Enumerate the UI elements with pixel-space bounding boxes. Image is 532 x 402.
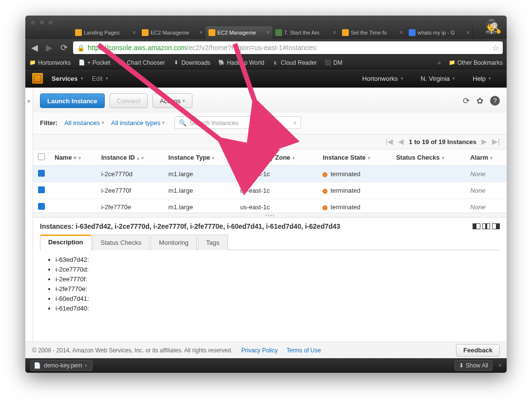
table-row[interactable]: i-2ce7770d m1.large us-east-1c terminate… bbox=[33, 166, 507, 183]
detail-tab[interactable]: Status Checks bbox=[93, 235, 150, 250]
row-checkbox[interactable] bbox=[38, 203, 45, 210]
column-menu-icon[interactable]: ▾ bbox=[141, 155, 144, 161]
page-prev-button[interactable]: ◀ bbox=[398, 137, 404, 146]
cell-alarm: None bbox=[465, 166, 507, 183]
bookmark-star-icon[interactable]: ☆ bbox=[492, 43, 499, 53]
services-menu[interactable]: Services▾ bbox=[52, 75, 83, 82]
bookmark-icon: 🔵 bbox=[118, 59, 125, 66]
page-last-button[interactable]: ▶| bbox=[492, 137, 500, 146]
sidebar-expand-toggle[interactable]: ▸ bbox=[25, 88, 33, 342]
detail-tab[interactable]: Tags bbox=[198, 235, 228, 250]
close-light[interactable] bbox=[30, 19, 36, 25]
close-tab-icon[interactable]: × bbox=[466, 29, 470, 36]
zoom-light[interactable] bbox=[48, 19, 54, 25]
refresh-icon[interactable]: ⟳ bbox=[463, 96, 470, 106]
bookmark-item[interactable]: ⬛DM bbox=[324, 59, 342, 66]
bookmark-item[interactable]: 🐘Hadoop World bbox=[218, 59, 265, 66]
column-menu-icon[interactable]: ▾ bbox=[442, 155, 444, 161]
browser-tab[interactable]: Landing Pages× bbox=[72, 26, 139, 39]
help-menu[interactable]: Help▾ bbox=[473, 75, 491, 82]
account-menu[interactable]: Hortonworks▾ bbox=[362, 75, 403, 82]
browser-tab[interactable]: EC2 Manageme× bbox=[206, 26, 273, 39]
show-all-downloads-button[interactable]: ⬇ Show All bbox=[455, 360, 493, 371]
cell-alarm: None bbox=[465, 183, 507, 199]
forward-button[interactable]: ▶ bbox=[44, 42, 55, 53]
caret-down-icon: ▾ bbox=[106, 76, 108, 81]
bookmark-item[interactable]: 📄+ Pocket bbox=[78, 59, 110, 66]
column-menu-icon[interactable]: ▾ bbox=[212, 155, 214, 161]
settings-gear-icon[interactable]: ✿ bbox=[476, 96, 483, 106]
cell-instance-id: i-2ee7770f bbox=[96, 183, 164, 199]
bookmark-icon: 📁 bbox=[29, 59, 36, 66]
page-next-button[interactable]: ▶ bbox=[481, 137, 487, 146]
edit-menu[interactable]: Edit▾ bbox=[92, 75, 108, 82]
bookmarks-chevrons[interactable]: » bbox=[437, 59, 441, 66]
column-header[interactable]: Availability Zone▾ bbox=[235, 149, 318, 166]
bookmark-label: + Pocket bbox=[87, 59, 110, 66]
terms-link[interactable]: Terms of Use bbox=[286, 347, 321, 354]
layout-right-icon[interactable] bbox=[492, 223, 500, 229]
close-tab-icon[interactable]: × bbox=[333, 29, 336, 36]
aws-logo[interactable] bbox=[32, 73, 43, 84]
browser-tab[interactable]: whats my ip - G× bbox=[406, 26, 473, 39]
table-row[interactable]: i-2ee7770f m1.large us-east-1c terminate… bbox=[33, 183, 507, 199]
column-menu-icon[interactable]: ▾ bbox=[292, 155, 295, 161]
row-checkbox[interactable] bbox=[38, 186, 45, 193]
actions-menu-button[interactable]: Actions▾ bbox=[152, 93, 192, 108]
column-menu-icon[interactable]: ▾ bbox=[490, 155, 493, 161]
help-icon[interactable]: ? bbox=[490, 96, 500, 106]
column-header[interactable]: Instance State▾ bbox=[318, 149, 391, 166]
column-header[interactable]: Alarm▾ bbox=[465, 149, 507, 166]
connect-button[interactable]: Connect bbox=[110, 93, 148, 108]
layout-left-icon[interactable] bbox=[473, 223, 480, 229]
search-instances-input[interactable]: 🔍 Search Instances × bbox=[174, 116, 301, 129]
close-tab-icon[interactable]: × bbox=[266, 29, 269, 36]
caret-down-icon: ▾ bbox=[453, 76, 455, 81]
download-chip[interactable]: 📄 demo-key.pem ▾ bbox=[30, 360, 93, 371]
privacy-policy-link[interactable]: Privacy Policy bbox=[241, 347, 278, 354]
window-controls[interactable] bbox=[30, 19, 54, 25]
other-bookmarks[interactable]: 📁 Other Bookmarks bbox=[449, 59, 503, 66]
launch-instance-button[interactable]: Launch Instance bbox=[40, 93, 105, 108]
downloads-bar: 📄 demo-key.pem ▾ ⬇ Show All × bbox=[25, 358, 507, 373]
table-row[interactable]: i-2fe7770e m1.large us-east-1c terminate… bbox=[33, 199, 507, 213]
region-menu[interactable]: N. Virginia▾ bbox=[421, 75, 456, 82]
bookmark-item[interactable]: 🔵Chart Chooser bbox=[118, 59, 165, 66]
minimize-light[interactable] bbox=[39, 19, 45, 25]
row-checkbox[interactable] bbox=[38, 170, 45, 177]
aws-header: Services▾ Edit▾ Hortonworks▾ N. Virginia… bbox=[25, 69, 507, 88]
column-header[interactable]: Instance Type▾ bbox=[164, 149, 235, 166]
back-button[interactable]: ◀ bbox=[29, 42, 40, 53]
reload-button[interactable]: ⟳ bbox=[58, 42, 69, 53]
column-header[interactable]: Name▾▾ bbox=[50, 149, 96, 166]
close-tab-icon[interactable]: × bbox=[133, 29, 136, 36]
filter-icon[interactable]: ▾ bbox=[74, 155, 76, 161]
column-menu-icon[interactable]: ▾ bbox=[368, 155, 370, 161]
bookmark-item[interactable]: ⬇Downloads bbox=[172, 59, 210, 66]
incognito-icon: 🕵️ bbox=[485, 18, 502, 35]
filter-all-instances[interactable]: All instances▾ bbox=[64, 119, 104, 127]
close-downloads-bar[interactable]: × bbox=[498, 362, 502, 369]
favicon bbox=[142, 29, 149, 36]
column-header[interactable]: Instance ID▴▾ bbox=[96, 149, 164, 166]
clear-search-icon[interactable]: × bbox=[293, 119, 297, 127]
select-all-checkbox[interactable] bbox=[38, 153, 45, 160]
filter-all-types[interactable]: All instance types▾ bbox=[111, 119, 165, 127]
browser-tab[interactable]: 7. Start the Am× bbox=[272, 26, 340, 39]
feedback-button[interactable]: Feedback bbox=[456, 344, 500, 357]
filter-row: Filter: All instances▾ All instance type… bbox=[33, 112, 507, 134]
browser-tab[interactable]: EC2 Manageme× bbox=[139, 26, 206, 39]
page-first-button[interactable]: |◀ bbox=[385, 137, 393, 146]
close-tab-icon[interactable]: × bbox=[199, 29, 203, 36]
column-menu-icon[interactable]: ▾ bbox=[78, 155, 81, 161]
detail-tab[interactable]: Description bbox=[40, 235, 92, 250]
column-header[interactable]: Status Checks▾ bbox=[391, 149, 465, 166]
close-tab-icon[interactable]: × bbox=[399, 29, 403, 36]
bookmark-item[interactable]: 📁Hortonworks bbox=[29, 59, 71, 66]
detail-tab[interactable]: Monitoring bbox=[151, 235, 197, 250]
browser-tab[interactable]: Set the Time fo× bbox=[339, 26, 406, 39]
bookmark-item[interactable]: kCloud Reader bbox=[272, 59, 317, 66]
address-bar[interactable]: 🔒 https ://console.aws.amazon.com /ec2/v… bbox=[73, 41, 503, 54]
layout-split-icon[interactable] bbox=[482, 223, 490, 229]
split-handle[interactable] bbox=[33, 213, 507, 218]
